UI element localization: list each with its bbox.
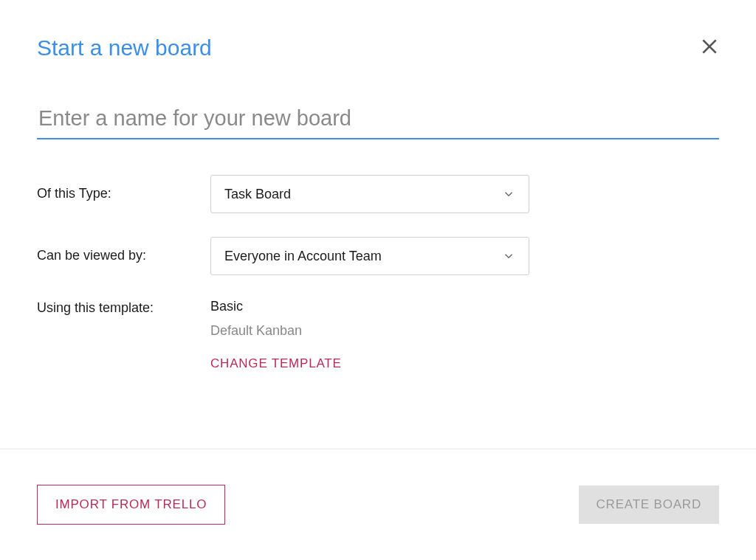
dialog-header: Start a new board xyxy=(37,35,719,61)
type-select[interactable]: Task Board xyxy=(210,175,529,213)
visibility-label: Can be viewed by: xyxy=(37,246,196,265)
type-select-value: Task Board xyxy=(224,187,291,202)
chevron-down-icon xyxy=(502,187,515,201)
chevron-down-icon xyxy=(502,249,515,263)
template-name: Basic xyxy=(210,299,342,314)
dialog-footer: IMPORT FROM TRELLO CREATE BOARD xyxy=(0,449,756,560)
template-label: Using this template: xyxy=(37,299,196,317)
close-icon xyxy=(700,37,719,59)
board-name-input[interactable] xyxy=(37,102,719,139)
visibility-row: Can be viewed by: Everyone in Account Te… xyxy=(37,237,719,275)
template-description: Default Kanban xyxy=(210,323,342,339)
change-template-button[interactable]: CHANGE TEMPLATE xyxy=(210,356,342,371)
visibility-select[interactable]: Everyone in Account Team xyxy=(210,237,529,275)
dialog-title: Start a new board xyxy=(37,35,212,61)
board-name-field xyxy=(37,102,719,139)
visibility-select-value: Everyone in Account Team xyxy=(224,249,382,264)
close-button[interactable] xyxy=(700,37,719,59)
type-label: Of this Type: xyxy=(37,184,196,203)
import-from-trello-button[interactable]: IMPORT FROM TRELLO xyxy=(37,485,225,525)
create-board-button[interactable]: CREATE BOARD xyxy=(579,485,719,524)
new-board-dialog: Start a new board Of this Type: Task Boa… xyxy=(0,0,756,371)
type-row: Of this Type: Task Board xyxy=(37,175,719,213)
template-row: Using this template: Basic Default Kanba… xyxy=(37,299,719,371)
